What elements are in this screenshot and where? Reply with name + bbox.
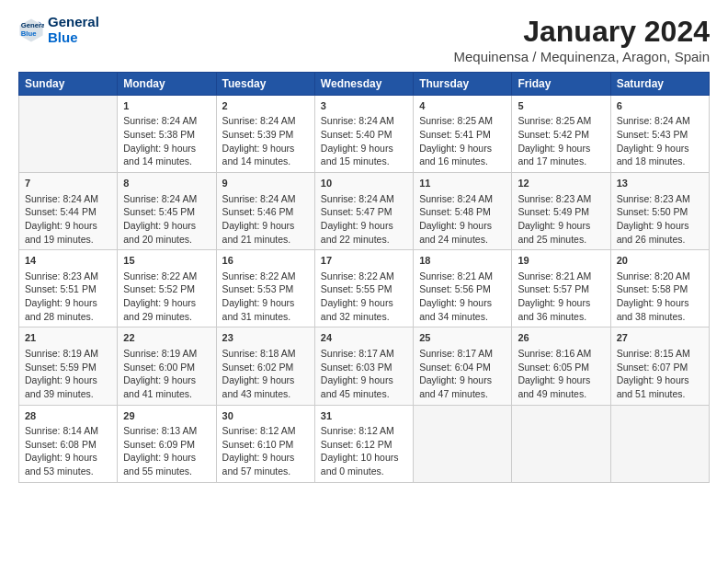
day-number: 3	[321, 99, 407, 113]
calendar-cell: 15 Sunrise: 8:22 AM Sunset: 5:52 PM Dayl…	[118, 250, 216, 327]
sunrise-time: Sunrise: 8:24 AM	[222, 115, 296, 126]
sunrise-time: Sunrise: 8:16 AM	[518, 348, 591, 359]
day-number: 7	[25, 177, 111, 190]
day-number: 9	[222, 177, 309, 190]
calendar-cell: 10 Sunrise: 8:24 AM Sunset: 5:47 PM Dayl…	[314, 173, 413, 250]
sunset-time: Sunset: 6:09 PM	[123, 439, 195, 450]
day-number: 15	[123, 254, 210, 268]
calendar-cell: 20 Sunrise: 8:20 AM Sunset: 5:58 PM Dayl…	[610, 250, 709, 327]
calendar-cell: 12 Sunrise: 8:23 AM Sunset: 5:49 PM Dayl…	[512, 173, 610, 250]
daylight-hours: Daylight: 9 hours and 31 minutes.	[222, 297, 295, 322]
sunrise-time: Sunrise: 8:18 AM	[222, 348, 296, 359]
day-number: 20	[617, 254, 703, 268]
calendar-cell: 9 Sunrise: 8:24 AM Sunset: 5:46 PM Dayli…	[216, 173, 314, 250]
day-number: 25	[419, 331, 506, 345]
sunrise-time: Sunrise: 8:19 AM	[25, 348, 98, 359]
header: General Blue General Blue January 2024 M…	[18, 15, 710, 64]
sunrise-time: Sunrise: 8:17 AM	[419, 348, 493, 359]
sunrise-time: Sunrise: 8:23 AM	[518, 193, 591, 204]
calendar-cell: 8 Sunrise: 8:24 AM Sunset: 5:45 PM Dayli…	[118, 173, 216, 250]
daylight-hours: Daylight: 9 hours and 55 minutes.	[123, 452, 196, 477]
daylight-hours: Daylight: 9 hours and 41 minutes.	[123, 374, 196, 399]
sunset-time: Sunset: 6:04 PM	[419, 362, 491, 373]
calendar-cell: 24 Sunrise: 8:17 AM Sunset: 6:03 PM Dayl…	[314, 327, 413, 405]
sunrise-time: Sunrise: 8:22 AM	[222, 270, 296, 282]
day-number: 31	[321, 409, 407, 423]
daylight-hours: Daylight: 9 hours and 22 minutes.	[321, 220, 393, 245]
logo-text-line1: General	[48, 15, 99, 30]
calendar-cell: 26 Sunrise: 8:16 AM Sunset: 6:05 PM Dayl…	[512, 327, 610, 405]
calendar-cell: 2 Sunrise: 8:24 AM Sunset: 5:39 PM Dayli…	[216, 96, 314, 173]
sunset-time: Sunset: 5:51 PM	[25, 283, 97, 294]
week-row-5: 28 Sunrise: 8:14 AM Sunset: 6:08 PM Dayl…	[19, 405, 710, 482]
day-number: 24	[321, 331, 407, 345]
calendar-cell: 31 Sunrise: 8:12 AM Sunset: 6:12 PM Dayl…	[314, 405, 413, 482]
calendar-cell: 18 Sunrise: 8:21 AM Sunset: 5:56 PM Dayl…	[414, 250, 512, 327]
sunset-time: Sunset: 6:00 PM	[123, 362, 195, 373]
daylight-hours: Daylight: 9 hours and 53 minutes.	[25, 452, 97, 477]
daylight-hours: Daylight: 9 hours and 49 minutes.	[518, 374, 590, 399]
sunset-time: Sunset: 5:59 PM	[25, 362, 97, 373]
calendar-cell: 29 Sunrise: 8:13 AM Sunset: 6:09 PM Dayl…	[118, 405, 216, 482]
daylight-hours: Daylight: 9 hours and 34 minutes.	[419, 297, 492, 322]
daylight-hours: Daylight: 9 hours and 51 minutes.	[617, 374, 689, 399]
daylight-hours: Daylight: 9 hours and 21 minutes.	[222, 220, 295, 245]
daylight-hours: Daylight: 9 hours and 45 minutes.	[321, 374, 393, 399]
sunset-time: Sunset: 5:46 PM	[222, 206, 294, 217]
day-number: 26	[518, 331, 604, 345]
col-tuesday: Tuesday	[216, 73, 314, 96]
calendar-cell: 17 Sunrise: 8:22 AM Sunset: 5:55 PM Dayl…	[314, 250, 413, 327]
sunrise-time: Sunrise: 8:15 AM	[617, 348, 690, 359]
day-number: 30	[222, 409, 309, 423]
sunset-time: Sunset: 6:05 PM	[518, 362, 589, 373]
sunset-time: Sunset: 6:07 PM	[617, 362, 688, 373]
calendar-cell: 19 Sunrise: 8:21 AM Sunset: 5:57 PM Dayl…	[512, 250, 610, 327]
daylight-hours: Daylight: 9 hours and 14 minutes.	[222, 143, 295, 167]
week-row-1: 1 Sunrise: 8:24 AM Sunset: 5:38 PM Dayli…	[19, 96, 710, 173]
sunset-time: Sunset: 5:42 PM	[518, 129, 589, 140]
calendar-cell	[414, 405, 512, 482]
sunrise-time: Sunrise: 8:13 AM	[123, 425, 197, 436]
sunrise-time: Sunrise: 8:24 AM	[222, 193, 296, 204]
sunrise-time: Sunrise: 8:24 AM	[123, 193, 197, 204]
day-number: 5	[518, 99, 604, 113]
svg-text:Blue: Blue	[21, 29, 37, 37]
calendar-cell: 3 Sunrise: 8:24 AM Sunset: 5:40 PM Dayli…	[314, 96, 413, 173]
sunset-time: Sunset: 5:55 PM	[321, 283, 392, 294]
sunrise-time: Sunrise: 8:24 AM	[419, 193, 493, 204]
sunset-time: Sunset: 5:57 PM	[518, 283, 589, 294]
calendar-table: Sunday Monday Tuesday Wednesday Thursday…	[18, 72, 710, 483]
week-row-2: 7 Sunrise: 8:24 AM Sunset: 5:44 PM Dayli…	[19, 173, 710, 250]
sunrise-time: Sunrise: 8:23 AM	[617, 193, 690, 204]
sunrise-time: Sunrise: 8:22 AM	[321, 270, 394, 282]
calendar-cell: 21 Sunrise: 8:19 AM Sunset: 5:59 PM Dayl…	[19, 327, 118, 405]
day-number: 2	[222, 99, 309, 113]
sunrise-time: Sunrise: 8:24 AM	[321, 115, 394, 126]
sunrise-time: Sunrise: 8:20 AM	[617, 270, 690, 282]
title-block: January 2024 Mequinensa / Mequinenza, Ar…	[453, 15, 710, 64]
calendar-cell	[610, 405, 709, 482]
daylight-hours: Daylight: 9 hours and 14 minutes.	[123, 143, 196, 167]
sunset-time: Sunset: 5:41 PM	[419, 129, 491, 140]
daylight-hours: Daylight: 9 hours and 17 minutes.	[518, 143, 590, 167]
col-thursday: Thursday	[414, 73, 512, 96]
daylight-hours: Daylight: 9 hours and 28 minutes.	[25, 297, 97, 322]
sunrise-time: Sunrise: 8:24 AM	[617, 115, 690, 126]
sunset-time: Sunset: 6:12 PM	[321, 439, 392, 450]
header-row: Sunday Monday Tuesday Wednesday Thursday…	[19, 73, 710, 96]
sunrise-time: Sunrise: 8:19 AM	[123, 348, 197, 359]
daylight-hours: Daylight: 9 hours and 18 minutes.	[617, 143, 689, 167]
sunset-time: Sunset: 5:58 PM	[617, 283, 688, 294]
daylight-hours: Daylight: 10 hours and 0 minutes.	[321, 452, 399, 477]
calendar-cell: 23 Sunrise: 8:18 AM Sunset: 6:02 PM Dayl…	[216, 327, 314, 405]
main-container: General Blue General Blue January 2024 M…	[0, 0, 728, 492]
sunrise-time: Sunrise: 8:23 AM	[25, 270, 98, 282]
daylight-hours: Daylight: 9 hours and 24 minutes.	[419, 220, 492, 245]
day-number: 29	[123, 409, 210, 423]
daylight-hours: Daylight: 9 hours and 39 minutes.	[25, 374, 97, 399]
col-friday: Friday	[512, 73, 610, 96]
calendar-cell: 1 Sunrise: 8:24 AM Sunset: 5:38 PM Dayli…	[118, 96, 216, 173]
calendar-cell: 22 Sunrise: 8:19 AM Sunset: 6:00 PM Dayl…	[118, 327, 216, 405]
day-number: 13	[617, 177, 703, 190]
week-row-4: 21 Sunrise: 8:19 AM Sunset: 5:59 PM Dayl…	[19, 327, 710, 405]
